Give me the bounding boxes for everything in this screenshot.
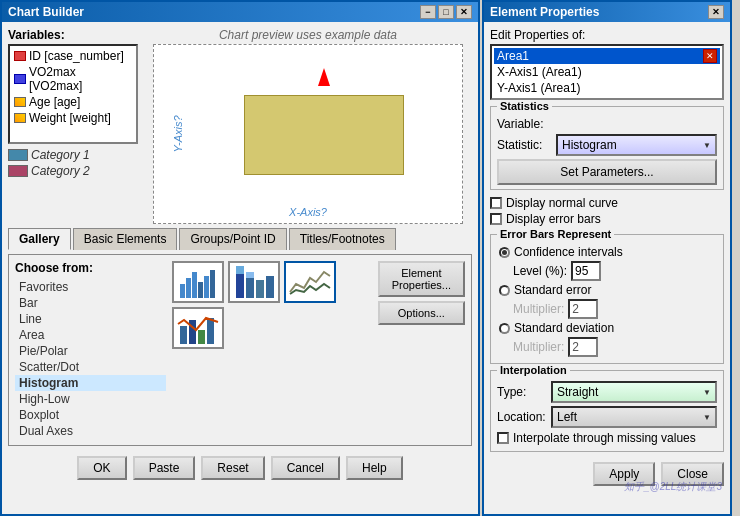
svg-rect-8 bbox=[246, 278, 254, 298]
minimize-button[interactable]: − bbox=[420, 5, 436, 19]
se-radio[interactable] bbox=[499, 285, 510, 296]
tab-gallery[interactable]: Gallery bbox=[8, 228, 71, 250]
variables-panel: Variables: ID [case_number] VO2max [VO2m… bbox=[8, 28, 138, 224]
type-dropdown[interactable]: Straight ▼ bbox=[551, 381, 717, 403]
tab-basic-elements[interactable]: Basic Elements bbox=[73, 228, 178, 250]
error-bars-section: Error Bars Represent Confidence interval… bbox=[490, 234, 724, 364]
help-button[interactable]: Help bbox=[346, 456, 403, 480]
titlebar-buttons: − □ ✕ bbox=[420, 5, 472, 19]
display-error-bars-row: Display error bars bbox=[490, 212, 724, 226]
cat1-label: Category 1 bbox=[31, 148, 90, 162]
display-normal-curve-checkbox[interactable] bbox=[490, 197, 502, 209]
se-indent: Multiplier: bbox=[513, 299, 717, 319]
ci-level-label: Level (%): bbox=[513, 264, 567, 278]
choose-bar[interactable]: Bar bbox=[15, 295, 166, 311]
ci-level-input[interactable] bbox=[571, 261, 601, 281]
location-value: Left bbox=[557, 410, 577, 424]
display-error-bars-checkbox[interactable] bbox=[490, 213, 502, 225]
edit-properties-box[interactable]: Area1 ✕ X-Axis1 (Area1) Y-Axis1 (Area1) bbox=[490, 44, 724, 100]
statistic-dropdown[interactable]: Histogram ▼ bbox=[556, 134, 717, 156]
interpolation-section: Interpolation Type: Straight ▼ Location:… bbox=[490, 370, 724, 452]
tab-groups-point-id[interactable]: Groups/Point ID bbox=[179, 228, 286, 250]
close-button[interactable]: ✕ bbox=[456, 5, 472, 19]
variables-listbox[interactable]: ID [case_number] VO2max [VO2max] Age [ag… bbox=[8, 44, 138, 144]
location-dropdown[interactable]: Left ▼ bbox=[551, 406, 717, 428]
choose-histogram[interactable]: Histogram bbox=[15, 375, 166, 391]
up-arrow-indicator bbox=[318, 68, 330, 86]
sd-mult-row: Multiplier: bbox=[513, 337, 717, 357]
element-properties-button[interactable]: Element Properties... bbox=[378, 261, 465, 297]
se-mult-input[interactable] bbox=[568, 299, 598, 319]
choose-dual-axes[interactable]: Dual Axes bbox=[15, 423, 166, 439]
sd-indent: Multiplier: bbox=[513, 337, 717, 357]
choose-scatter-dot[interactable]: Scatter/Dot bbox=[15, 359, 166, 375]
var-label-id: ID [case_number] bbox=[29, 49, 124, 63]
choose-pie-polar[interactable]: Pie/Polar bbox=[15, 343, 166, 359]
chart-builder-titlebar: Chart Builder − □ ✕ bbox=[2, 2, 478, 22]
svg-rect-9 bbox=[246, 272, 254, 278]
cancel-button[interactable]: Cancel bbox=[271, 456, 340, 480]
thumb-clustered-bar[interactable] bbox=[172, 261, 224, 303]
statistic-value: Histogram bbox=[562, 138, 617, 152]
ok-button[interactable]: OK bbox=[77, 456, 126, 480]
ep-area1-selected[interactable]: Area1 ✕ bbox=[494, 48, 720, 64]
reset-button[interactable]: Reset bbox=[201, 456, 264, 480]
var-item-age[interactable]: Age [age] bbox=[12, 94, 134, 110]
categories-row: Category 1 bbox=[8, 148, 138, 162]
svg-rect-6 bbox=[236, 274, 244, 298]
var-label-vo2max: VO2max [VO2max] bbox=[29, 65, 132, 93]
ci-indent: Level (%): bbox=[513, 261, 717, 281]
maximize-button[interactable]: □ bbox=[438, 5, 454, 19]
interpolate-missing-checkbox[interactable] bbox=[497, 432, 509, 444]
category2-item: Category 2 bbox=[8, 164, 90, 178]
thumb-bar-combo[interactable] bbox=[172, 307, 224, 349]
ep-xaxis1[interactable]: X-Axis1 (Area1) bbox=[494, 64, 720, 80]
set-parameters-button[interactable]: Set Parameters... bbox=[497, 159, 717, 185]
display-normal-curve-row: Display normal curve bbox=[490, 196, 724, 210]
location-row: Location: Left ▼ bbox=[497, 406, 717, 428]
options-button[interactable]: Options... bbox=[378, 301, 465, 325]
choose-favorites[interactable]: Favorites bbox=[15, 279, 166, 295]
var-item-vo2max[interactable]: VO2max [VO2max] bbox=[12, 64, 134, 94]
x-axis-label: X-Axis? bbox=[289, 206, 327, 218]
svg-rect-11 bbox=[266, 276, 274, 298]
choose-area[interactable]: Area bbox=[15, 327, 166, 343]
ep-close-button[interactable]: ✕ bbox=[708, 5, 724, 19]
chart-rect bbox=[244, 95, 404, 175]
statistics-section: Statistics Variable: Statistic: Histogra… bbox=[490, 106, 724, 190]
chart-preview-area: Chart preview uses example data Y-Axis? … bbox=[144, 28, 472, 224]
statistic-row: Statistic: Histogram ▼ bbox=[497, 134, 717, 156]
dropdown-arrow-icon: ▼ bbox=[703, 141, 711, 150]
svg-rect-4 bbox=[204, 276, 209, 298]
type-value: Straight bbox=[557, 385, 598, 399]
variable-label-text: Variable: bbox=[497, 117, 552, 131]
paste-button[interactable]: Paste bbox=[133, 456, 196, 480]
cat2-label: Category 2 bbox=[31, 164, 90, 178]
location-arrow-icon: ▼ bbox=[703, 413, 711, 422]
chart-builder-dialog: Chart Builder − □ ✕ Variables: ID [case_… bbox=[0, 0, 480, 516]
category1-item: Category 1 bbox=[8, 148, 90, 162]
svg-rect-14 bbox=[198, 330, 205, 344]
sd-label: Standard deviation bbox=[514, 321, 614, 335]
tab-content: Choose from: Favorites Bar Line Area Pie… bbox=[8, 254, 472, 446]
choose-line[interactable]: Line bbox=[15, 311, 166, 327]
choose-high-low[interactable]: High-Low bbox=[15, 391, 166, 407]
thumb-stacked-bar[interactable] bbox=[228, 261, 280, 303]
ci-radio[interactable] bbox=[499, 247, 510, 258]
choose-boxplot[interactable]: Boxplot bbox=[15, 407, 166, 423]
statistic-label-text: Statistic: bbox=[497, 138, 552, 152]
ep-yaxis1[interactable]: Y-Axis1 (Area1) bbox=[494, 80, 720, 96]
var-item-id[interactable]: ID [case_number] bbox=[12, 48, 134, 64]
tab-titles-footnotes[interactable]: Titles/Footnotes bbox=[289, 228, 396, 250]
svg-rect-10 bbox=[256, 280, 264, 298]
variable-row: Variable: bbox=[497, 117, 717, 131]
sd-radio[interactable] bbox=[499, 323, 510, 334]
thumb-line[interactable] bbox=[284, 261, 336, 303]
ep-area1-remove[interactable]: ✕ bbox=[703, 49, 717, 63]
cat1-icon bbox=[8, 149, 28, 161]
var-item-weight[interactable]: Weight [weight] bbox=[12, 110, 134, 126]
y-axis-label: Y-Axis? bbox=[172, 115, 184, 152]
ci-label: Confidence intervals bbox=[514, 245, 623, 259]
choose-from-list: Favorites Bar Line Area Pie/Polar Scatte… bbox=[15, 279, 166, 439]
sd-mult-input[interactable] bbox=[568, 337, 598, 357]
